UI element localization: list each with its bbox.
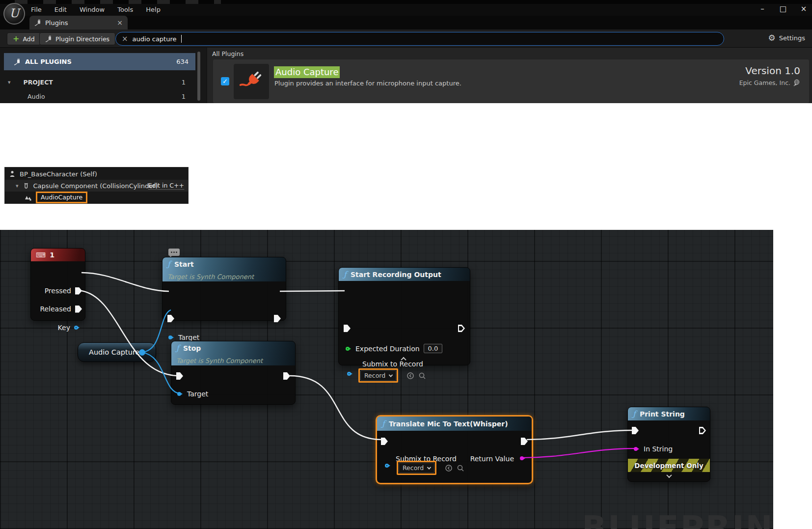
menu-window[interactable]: Window bbox=[80, 5, 105, 14]
menu-tools[interactable]: Tools bbox=[117, 5, 133, 14]
browse-search-icon[interactable] bbox=[418, 372, 426, 380]
node-print-string[interactable]: ƒ Print String In String Development Onl… bbox=[627, 407, 710, 482]
blueprint-graph[interactable]: BLUEPRINT ⌨ 1 Pressed Released Key ƒ Sta… bbox=[0, 230, 773, 529]
plugin-author-text: Epic Games, Inc. bbox=[739, 79, 790, 86]
function-icon: ƒ bbox=[344, 270, 347, 279]
plugin-icon bbox=[34, 19, 41, 26]
translate-submix-dropdown[interactable]: Record bbox=[399, 463, 434, 473]
key-data-pin[interactable] bbox=[74, 326, 78, 330]
use-default-icon[interactable] bbox=[445, 464, 453, 472]
sidebar-item-project[interactable]: ▾ PROJECT 1 bbox=[4, 76, 195, 88]
print-exec-in-pin[interactable] bbox=[632, 427, 639, 434]
tab-bar: Plugins × bbox=[0, 16, 812, 29]
unreal-engine-logo[interactable]: U bbox=[3, 3, 25, 25]
translate-return-pin[interactable] bbox=[520, 456, 524, 460]
node-translate-mic-to-text[interactable]: ƒ Translate Mic To Text(Whisper) Submix … bbox=[376, 415, 533, 484]
wire-returnvalue-to-instring bbox=[520, 448, 635, 458]
plugin-thumbnail bbox=[234, 64, 269, 99]
wire-pressed-to-start bbox=[81, 273, 169, 291]
minimize-button[interactable]: – bbox=[758, 4, 767, 13]
sro-submix-dropdown[interactable]: Record bbox=[360, 370, 396, 381]
browse-search-icon[interactable] bbox=[457, 464, 464, 472]
translate-exec-in-pin[interactable] bbox=[381, 438, 388, 445]
plugin-directories-button[interactable]: Plugin Directories bbox=[39, 32, 115, 45]
audiocapture-label: AudioCapture bbox=[41, 194, 82, 201]
key-node-title: 1 bbox=[50, 250, 54, 260]
audiocapture-highlight-box[interactable]: AudioCapture bbox=[36, 192, 87, 203]
text-cursor bbox=[181, 35, 182, 43]
start-exec-out-pin[interactable] bbox=[274, 315, 281, 322]
maximize-button[interactable]: □ bbox=[779, 4, 787, 13]
capsule-component-icon bbox=[23, 182, 29, 189]
audio-label: Audio bbox=[27, 93, 182, 100]
audio-capture-output-pin[interactable] bbox=[139, 349, 145, 356]
stop-exec-out-pin[interactable] bbox=[283, 372, 290, 380]
function-icon: ƒ bbox=[382, 419, 385, 429]
edit-in-cpp-link[interactable]: Edit in C++ bbox=[148, 182, 184, 190]
translate-submix-pin[interactable] bbox=[385, 464, 389, 468]
all-plugins-count: 634 bbox=[176, 58, 189, 65]
plugin-icon bbox=[14, 58, 21, 65]
translate-exec-out-pin[interactable] bbox=[521, 438, 528, 445]
search-input[interactable]: × audio capture bbox=[115, 32, 724, 46]
disclosure-triangle-icon[interactable]: ▾ bbox=[8, 79, 11, 85]
sro-exec-in-pin[interactable] bbox=[344, 325, 351, 332]
node-audio-capture-variable[interactable]: Audio Capture bbox=[78, 342, 156, 362]
pin-row-pressed: Pressed bbox=[45, 287, 82, 295]
sidebar-item-audio[interactable]: Audio 1 bbox=[4, 90, 195, 102]
node-start[interactable]: ƒ Start Target is Synth Component Target bbox=[162, 257, 286, 321]
sidebar-item-all-plugins[interactable]: ALL PLUGINS 634 bbox=[4, 53, 195, 70]
print-exec-out-pin[interactable] bbox=[699, 427, 706, 434]
cropped-titlebar-text bbox=[15, 0, 221, 4]
sro-node-title: Start Recording Output bbox=[351, 270, 441, 279]
plugin-enabled-checkbox[interactable]: ✓ bbox=[221, 77, 229, 85]
pressed-exec-pin[interactable] bbox=[75, 287, 82, 295]
in-string-pin[interactable] bbox=[634, 447, 638, 451]
menu-file[interactable]: File bbox=[31, 5, 42, 14]
tab-plugins[interactable]: Plugins × bbox=[29, 16, 128, 29]
menu-edit[interactable]: Edit bbox=[54, 5, 67, 14]
node-stop[interactable]: ƒ Stop Target is Synth Component Target bbox=[171, 341, 296, 405]
tab-close-icon[interactable]: × bbox=[117, 19, 123, 27]
expand-arrow-icon[interactable]: ▾ bbox=[16, 183, 19, 189]
expand-node-chevron-icon[interactable] bbox=[666, 473, 672, 478]
expected-duration-input[interactable]: 0.0 bbox=[424, 344, 443, 353]
submix-highlight-box: Record bbox=[397, 461, 436, 475]
use-default-icon[interactable] bbox=[406, 372, 414, 380]
sidebar-scrollbar[interactable] bbox=[197, 52, 200, 101]
plugin-author-link[interactable]: Epic Games, Inc. bbox=[739, 79, 800, 86]
component-row-capsule[interactable]: ▾ Capsule Component (CollisionCylinder) … bbox=[5, 180, 188, 192]
unreal-logo-glyph: U bbox=[9, 6, 19, 20]
node-keyboard-event-1[interactable]: ⌨ 1 Pressed Released Key bbox=[30, 248, 85, 321]
comment-bubble-icon[interactable] bbox=[168, 249, 180, 256]
close-button[interactable]: × bbox=[799, 4, 808, 13]
add-button[interactable]: + Add bbox=[7, 32, 41, 45]
start-exec-in-pin[interactable] bbox=[167, 315, 174, 322]
sro-submix-controls: Record bbox=[358, 368, 426, 383]
sro-submix-pin[interactable] bbox=[347, 372, 351, 376]
stop-target-pin[interactable] bbox=[177, 392, 181, 396]
menu-help[interactable]: Help bbox=[146, 5, 161, 14]
expected-duration-pin[interactable] bbox=[346, 347, 350, 351]
released-exec-pin[interactable] bbox=[75, 306, 82, 313]
screenshot-root: { "icons": { "plus": "+", "clear": "×", … bbox=[0, 0, 812, 529]
search-clear-icon[interactable]: × bbox=[122, 34, 128, 43]
plugin-name-highlighted: Audio Capture bbox=[274, 66, 340, 78]
node-start-recording-output[interactable]: ƒ Start Recording Output Expected Durati… bbox=[338, 267, 470, 365]
stop-exec-in-pin[interactable] bbox=[176, 372, 183, 380]
component-row-audiocapture[interactable]: AudioCapture bbox=[5, 192, 188, 203]
project-label: PROJECT bbox=[16, 79, 177, 86]
start-node-subtitle: Target is Synth Component bbox=[167, 273, 281, 281]
start-target-pin[interactable] bbox=[168, 335, 172, 339]
component-row-root[interactable]: BP_BaseCharacter (Self) bbox=[5, 168, 188, 180]
menu-bar: File Edit Window Tools Help – □ × bbox=[0, 4, 812, 16]
pressed-pin-label: Pressed bbox=[45, 287, 71, 295]
in-string-label: In String bbox=[644, 445, 673, 453]
translate-submix-controls: Record bbox=[397, 461, 464, 475]
root-component-label: BP_BaseCharacter (Self) bbox=[20, 170, 97, 178]
sro-exec-out-pin[interactable] bbox=[458, 325, 465, 332]
settings-button[interactable]: ⚙ Settings bbox=[768, 34, 805, 42]
plugin-card-audio-capture[interactable]: ✓ Audio Capture Plugin provides an inter… bbox=[213, 59, 809, 103]
audio-capture-component-icon bbox=[25, 194, 32, 201]
key-pin-label: Key bbox=[58, 324, 70, 332]
